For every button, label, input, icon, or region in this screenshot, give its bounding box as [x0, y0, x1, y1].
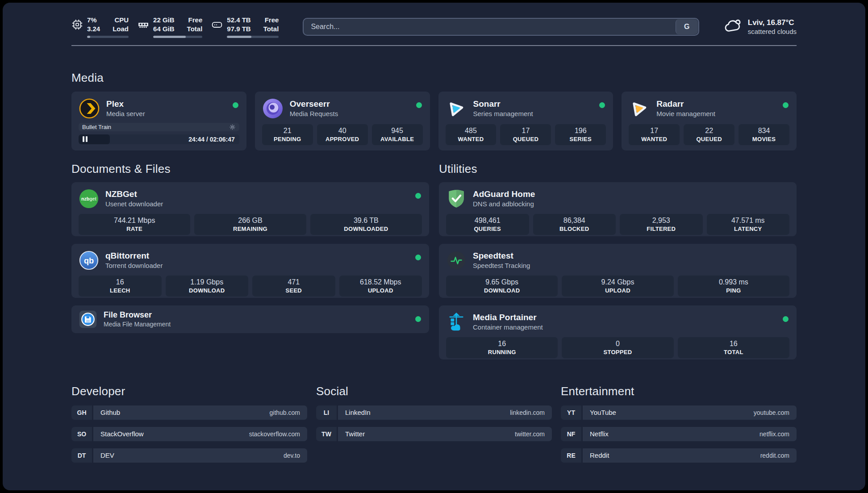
- stat-label: REMAINING: [233, 226, 267, 232]
- stat-label: FILTERED: [647, 226, 676, 232]
- stat-remaining: 266 GB REMAINING: [194, 214, 306, 235]
- playback-played-segment: [79, 134, 110, 144]
- disk-free-value: 52.4 TB: [227, 16, 250, 25]
- status-dot: [599, 102, 605, 108]
- search-bar: G: [303, 18, 699, 36]
- search-engine-button[interactable]: G: [676, 19, 698, 34]
- status-dot: [415, 316, 421, 322]
- stat-value: 498,461: [475, 216, 501, 225]
- link-name: DEV: [100, 451, 114, 459]
- status-dot: [415, 255, 421, 260]
- status-dot: [416, 102, 422, 108]
- app-card-nzbget[interactable]: nzbget NZBGet Usenet downloader 744.21 M…: [71, 182, 429, 236]
- link-tag[interactable]: TW: [316, 427, 337, 441]
- link-stackoverflow[interactable]: StackOverflow stackoverflow.com: [93, 427, 307, 441]
- stat-label: SEED: [285, 287, 302, 294]
- section-title-documents: Documents & Files: [71, 162, 429, 176]
- stat-queued: 17 QUEUED: [500, 124, 551, 145]
- stat-download: 9.65 Gbps DOWNLOAD: [446, 276, 558, 297]
- stat-upload: 618.52 Mbps UPLOAD: [339, 276, 422, 297]
- stat-value: 40: [338, 126, 346, 135]
- app-card-sonarr[interactable]: Sonarr Series management 485 WANTED 17 Q…: [438, 92, 613, 150]
- section-title-media: Media: [71, 71, 797, 85]
- link-tag[interactable]: DT: [71, 448, 92, 463]
- stat-label: AVAILABLE: [380, 136, 414, 142]
- stat-value: 1.19 Gbps: [190, 278, 223, 286]
- weather-widget: Lviv, 16.87°C scattered clouds: [723, 17, 797, 37]
- cpu-widget: 7% CPU 3.24 Load: [71, 16, 129, 38]
- cpu-load-value: 3.24: [87, 25, 100, 33]
- stat-queries: 498,461 QUERIES: [446, 214, 529, 235]
- header-divider: [71, 45, 797, 46]
- stat-label: WANTED: [458, 136, 484, 142]
- gear-icon[interactable]: [229, 124, 236, 130]
- app-card-qbittorrent[interactable]: qb qBittorrent Torrent downloader 16 LEE…: [71, 244, 429, 298]
- memory-free-label: Free: [187, 16, 203, 25]
- ram-icon: [138, 19, 149, 30]
- app-card-overseerr[interactable]: Overseerr Media Requests 21 PENDING 40 A…: [255, 92, 430, 150]
- playback-time: 24:44 / 02:06:47: [188, 136, 239, 143]
- app-card-radarr[interactable]: Radarr Movie management 17 WANTED 22 QUE…: [622, 92, 797, 150]
- section-media: Media Plex Media server: [71, 71, 797, 150]
- sonarr-icon: [446, 98, 467, 119]
- link-tag[interactable]: YT: [561, 405, 581, 420]
- link-netflix[interactable]: Netflix netflix.com: [583, 427, 797, 441]
- link-tag[interactable]: GH: [71, 405, 92, 420]
- link-twitter[interactable]: Twitter twitter.com: [338, 427, 552, 441]
- stat-label: QUERIES: [474, 226, 501, 232]
- stat-label: PENDING: [274, 136, 301, 142]
- stat-label: QUEUED: [513, 136, 538, 142]
- adguard-icon: [446, 188, 467, 209]
- app-description: Media File Management: [104, 321, 171, 328]
- link-youtube[interactable]: YouTube youtube.com: [583, 405, 797, 420]
- app-description: DNS and adblocking: [473, 200, 535, 208]
- stat-wanted: 17 WANTED: [629, 124, 680, 145]
- memory-widget: 22 GiB Free 64 GiB Total: [138, 16, 202, 38]
- app-description: Media server: [106, 110, 145, 117]
- link-tag[interactable]: RE: [561, 448, 581, 463]
- stat-download: 1.19 Gbps DOWNLOAD: [166, 276, 249, 297]
- disk-total-value: 97.9 TB: [227, 25, 250, 33]
- link-tag[interactable]: SO: [71, 427, 92, 441]
- link-name: LinkedIn: [345, 409, 371, 416]
- stat-filtered: 2,953 FILTERED: [620, 214, 703, 235]
- stat-label: WANTED: [641, 136, 667, 142]
- link-dev[interactable]: DEV dev.to: [93, 448, 307, 463]
- link-github[interactable]: Github github.com: [93, 405, 307, 420]
- status-dot: [783, 316, 789, 322]
- stat-approved: 40 APPROVED: [317, 124, 368, 145]
- svg-text:qb: qb: [84, 256, 94, 265]
- disk-widget: 52.4 TB Free 97.9 TB Total: [211, 16, 279, 38]
- stat-label: DOWNLOADED: [344, 226, 388, 232]
- status-dot: [783, 102, 789, 108]
- stat-value: 22: [705, 126, 713, 135]
- memory-total-label: Total: [187, 25, 203, 33]
- app-name: Media Portainer: [473, 313, 543, 323]
- link-tag[interactable]: NF: [561, 427, 581, 441]
- stat-label: LEECH: [110, 287, 130, 294]
- stat-series: 196 SERIES: [555, 124, 606, 145]
- link-url: github.com: [270, 409, 300, 416]
- disk-progress-bar: [227, 36, 279, 38]
- stat-upload: 9.24 Gbps UPLOAD: [562, 276, 673, 297]
- app-card-speedtest[interactable]: Speedtest Speedtest Tracking 9.65 Gbps D…: [439, 244, 797, 298]
- cpu-chip-icon: [71, 19, 83, 30]
- app-name: AdGuard Home: [473, 189, 535, 200]
- app-card-plex[interactable]: Plex Media server Bullet Train: [71, 92, 246, 150]
- app-card-filebrowser[interactable]: File Browser Media File Management: [71, 305, 429, 333]
- link-row-linkedin: LI LinkedIn linkedin.com: [316, 405, 552, 420]
- link-row-netflix: NF Netflix netflix.com: [561, 427, 797, 441]
- link-linkedin[interactable]: LinkedIn linkedin.com: [338, 405, 552, 420]
- app-name: Radarr: [656, 99, 715, 109]
- stat-value: 16: [730, 339, 738, 348]
- stat-queued: 22 QUEUED: [684, 124, 734, 145]
- stat-downloaded: 39.6 TB DOWNLOADED: [310, 214, 422, 235]
- weather-location-temp: Lviv, 16.87°C: [748, 18, 797, 27]
- app-card-adguard[interactable]: AdGuard Home DNS and adblocking 498,461 …: [439, 182, 797, 236]
- search-input[interactable]: [303, 18, 699, 36]
- app-card-portainer[interactable]: Media Portainer Container management 16 …: [439, 305, 797, 359]
- link-reddit[interactable]: Reddit reddit.com: [583, 448, 797, 463]
- stat-value: 21: [284, 126, 292, 135]
- link-tag[interactable]: LI: [316, 405, 337, 420]
- now-playing-row: Bullet Train: [79, 123, 239, 132]
